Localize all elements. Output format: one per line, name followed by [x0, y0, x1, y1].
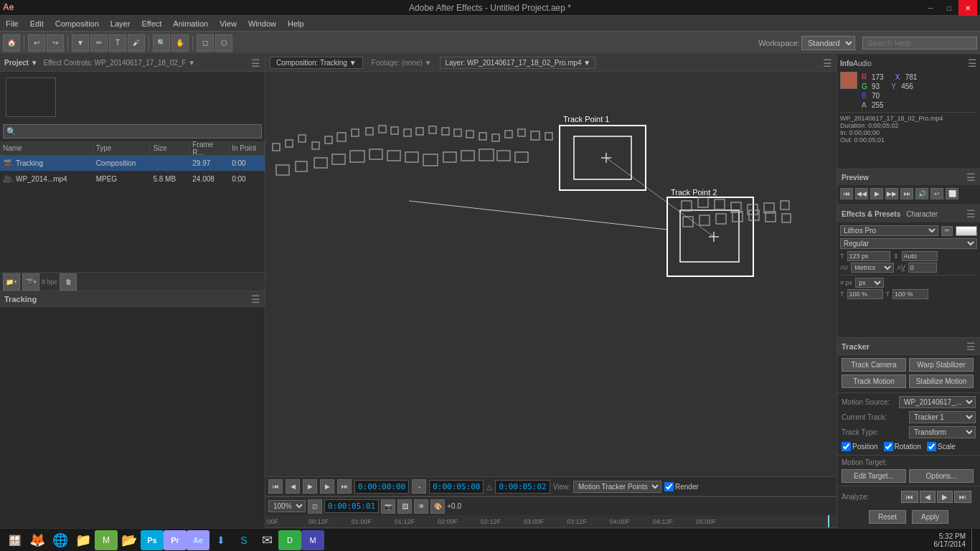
- menu-view[interactable]: View: [214, 19, 242, 28]
- delete-item-btn[interactable]: 🗑: [60, 273, 77, 291]
- toolbar-text[interactable]: T: [109, 34, 126, 52]
- search-help-input[interactable]: [862, 37, 977, 50]
- analyze-fwd[interactable]: ▶: [937, 491, 953, 503]
- stabilize-motion-button[interactable]: Stabilize Motion: [909, 375, 974, 388]
- taskbar-photoshop[interactable]: Ps: [141, 530, 164, 550]
- toolbar-shape[interactable]: ◻: [197, 34, 214, 52]
- toolbar-home[interactable]: 🏠: [3, 34, 20, 52]
- track-camera-button[interactable]: Track Camera: [842, 358, 906, 372]
- tracking-input[interactable]: [908, 263, 937, 273]
- minimize-button[interactable]: ─: [921, 0, 940, 16]
- warp-stabilizer-button[interactable]: Warp Stabilizer: [909, 358, 974, 372]
- current-track-dropdown[interactable]: Tracker 1: [909, 411, 976, 423]
- menu-edit[interactable]: Edit: [24, 19, 50, 28]
- viewer-view-dropdown[interactable]: Motion Tracker Points: [573, 481, 661, 493]
- rotation-checkbox[interactable]: [884, 442, 893, 451]
- menu-file[interactable]: File: [0, 19, 24, 28]
- col-type[interactable]: Type: [93, 141, 151, 155]
- effects-menu[interactable]: ☰: [966, 208, 976, 220]
- toolbar-redo[interactable]: ↪: [47, 34, 64, 52]
- analyze-back[interactable]: ◀: [920, 491, 936, 503]
- viewer-current-time[interactable]: 0:00:00:00: [354, 480, 409, 494]
- menu-composition[interactable]: Composition: [50, 19, 105, 28]
- prev-last[interactable]: ⏭: [900, 188, 913, 199]
- toolbar-pen[interactable]: ✏: [90, 34, 108, 52]
- prev-play[interactable]: ▶: [870, 188, 883, 199]
- scale-checkbox[interactable]: [927, 442, 936, 451]
- color-box[interactable]: [956, 226, 977, 236]
- prev-back[interactable]: ◀◀: [855, 188, 868, 199]
- layer-tab[interactable]: Layer: WP_20140617_17_18_02_Pro.mp4 ▼: [440, 57, 595, 69]
- footage-tab[interactable]: Footage: (none) ▼: [372, 59, 432, 67]
- taskbar-app1[interactable]: D: [278, 530, 301, 550]
- prev-stop[interactable]: ⬜: [946, 188, 958, 199]
- new-folder-btn[interactable]: 📁+: [3, 273, 20, 291]
- font-dropdown[interactable]: Lithos Pro: [840, 225, 938, 236]
- taskbar-matlab[interactable]: M: [95, 530, 118, 550]
- project-search-input[interactable]: [3, 124, 262, 138]
- viewer-canvas[interactable]: Track Point 1 Track Point 2: [265, 72, 837, 476]
- snapshot-btn[interactable]: 📷: [381, 499, 395, 514]
- table-row[interactable]: 🎬 Tracking Composition 29.97 0:00: [0, 156, 265, 171]
- font-style-dropdown[interactable]: Regular: [840, 238, 977, 249]
- taskbar-mail[interactable]: ✉: [255, 529, 278, 552]
- fit-to-comp[interactable]: ⊡: [308, 499, 322, 514]
- metrics-dropdown[interactable]: Metrics: [851, 263, 894, 273]
- channel-btn[interactable]: 🎨: [430, 499, 445, 514]
- taskbar-utorrent[interactable]: ⬇: [209, 529, 232, 552]
- new-comp-btn[interactable]: 🎬+: [22, 273, 39, 291]
- taskbar-files[interactable]: 📁: [72, 529, 95, 552]
- edit-target-button[interactable]: Edit Target...: [842, 469, 906, 483]
- viewer-play-next[interactable]: ⏭: [337, 479, 352, 494]
- prev-loop[interactable]: ↩: [930, 188, 943, 199]
- viewer-play[interactable]: ▶: [303, 479, 317, 494]
- viewer-step-back[interactable]: ◀: [286, 479, 300, 494]
- col-name[interactable]: Name: [0, 141, 93, 155]
- color-pick[interactable]: 👁: [414, 499, 428, 514]
- tracking-panel-menu[interactable]: ☰: [251, 293, 260, 305]
- menu-window[interactable]: Window: [242, 19, 282, 28]
- analyze-back-full[interactable]: ⏮: [901, 491, 918, 503]
- menu-animation[interactable]: Animation: [167, 19, 214, 28]
- taskbar-app2[interactable]: M: [301, 530, 324, 550]
- font-size-input[interactable]: [847, 251, 890, 261]
- motion-source-dropdown[interactable]: WP_20140617_...: [899, 396, 976, 408]
- taskbar-firefox[interactable]: 🦊: [26, 529, 49, 552]
- prev-fwd[interactable]: ▶▶: [885, 188, 898, 199]
- table-row[interactable]: 🎥 WP_2014...mp4 MPEG 5.8 MB 24.008 0:00: [0, 171, 265, 187]
- col-size[interactable]: Size: [150, 141, 189, 155]
- comp-tab[interactable]: Composition: Tracking ▼: [270, 57, 363, 69]
- show-desktop-btn[interactable]: [971, 529, 977, 552]
- taskbar-premiere[interactable]: Pr: [164, 530, 187, 550]
- viewer-end-time[interactable]: 0:00:05:00: [429, 480, 484, 494]
- taskbar-aftereffects[interactable]: Ae: [187, 530, 209, 550]
- taskbar-ie[interactable]: 🌐: [49, 529, 72, 552]
- viewer-play-prev[interactable]: ⏮: [268, 479, 283, 494]
- toolbar-mask[interactable]: ⬡: [215, 34, 232, 52]
- info-panel-menu[interactable]: ☰: [968, 57, 977, 69]
- menu-help[interactable]: Help: [282, 19, 310, 28]
- toolbar-hand[interactable]: ✋: [171, 34, 189, 52]
- playhead[interactable]: [828, 515, 829, 527]
- project-panel-menu[interactable]: ☰: [251, 57, 260, 69]
- render-checkbox[interactable]: [664, 482, 674, 491]
- toolbar-brush[interactable]: 🖌: [128, 34, 145, 52]
- position-checkbox[interactable]: [842, 442, 851, 451]
- analyze-fwd-full[interactable]: ⏭: [954, 491, 971, 503]
- taskbar-skype[interactable]: S: [232, 529, 255, 552]
- viewer-step-fwd[interactable]: ▶: [320, 479, 334, 494]
- font-style-btn[interactable]: ✏: [941, 226, 953, 236]
- bottom-time[interactable]: 0:00:05:01: [324, 499, 379, 513]
- tracker-menu[interactable]: ☰: [966, 341, 976, 352]
- zoom-dropdown[interactable]: 100%: [268, 500, 306, 512]
- menu-layer[interactable]: Layer: [105, 19, 136, 28]
- prev-first[interactable]: ⏮: [840, 188, 853, 199]
- close-button[interactable]: ✕: [958, 0, 977, 16]
- toolbar-undo[interactable]: ↩: [28, 34, 45, 52]
- track-motion-button[interactable]: Track Motion: [842, 375, 906, 388]
- line-height-input[interactable]: [902, 251, 938, 261]
- menu-effect[interactable]: Effect: [136, 19, 167, 28]
- col-in[interactable]: In Point: [229, 141, 265, 155]
- character-tab[interactable]: Character: [906, 210, 938, 218]
- track-type-dropdown[interactable]: Transform: [909, 426, 976, 438]
